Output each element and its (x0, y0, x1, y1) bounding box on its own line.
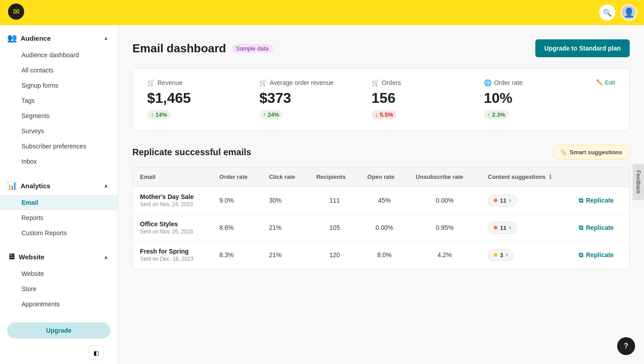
replicate-icon: ⧉ (579, 251, 583, 259)
audience-group-header[interactable]: 👥 Audience ▲ (0, 29, 118, 47)
emails-section-title: Replicate successful emails (132, 147, 251, 157)
stat-revenue-value: $1,465 (147, 90, 238, 106)
section-header: Replicate successful emails 🏷️ Smart sug… (132, 145, 630, 160)
sidebar-item-signup-forms[interactable]: Signup forms (0, 78, 118, 93)
smart-suggestions-button[interactable]: 🏷️ Smart suggestions (552, 145, 630, 160)
dot-icon (494, 226, 497, 229)
page-header: Email dashboard Sample data Upgrade to S… (132, 39, 630, 57)
website-section: 🖥 Website ▲ Website Store Appointments (0, 244, 118, 315)
suggestion-count: 11 (500, 224, 506, 231)
sidebar-item-audience-dashboard[interactable]: Audience dashboard (0, 47, 118, 63)
stat-revenue-change: ↑ 14% (147, 110, 171, 119)
suggestion-badge[interactable]: 11 › (488, 222, 517, 234)
sidebar: 👥 Audience ▲ Audience dashboard All cont… (0, 25, 118, 364)
analytics-label: Analytics (21, 182, 51, 190)
arrow-down-icon: ↓ (375, 111, 378, 118)
stat-avg-order: 🛒 Average order revenue $373 ↑ 24% (259, 79, 350, 119)
page-title-area: Email dashboard Sample data (132, 42, 273, 55)
table-row: Office Styles Sent on Nov. 26, 2023 8.6%… (133, 214, 629, 241)
upgrade-button[interactable]: Upgrade (7, 322, 110, 339)
analytics-section: 📊 Analytics ▲ Email Reports Custom Repor… (0, 173, 118, 244)
logo[interactable]: ✉ (7, 3, 25, 22)
content-suggestions-cell: 3 › (481, 241, 572, 269)
edit-stats-link[interactable]: ✏️ Edit (596, 79, 615, 86)
cart-icon-avg: 🛒 (259, 79, 267, 86)
feedback-tab[interactable]: Feedback (633, 164, 644, 200)
stat-avg-order-change: ↑ 24% (259, 110, 283, 119)
chevron-right-icon[interactable]: › (509, 197, 511, 203)
sidebar-item-appointments[interactable]: Appointments (0, 296, 118, 312)
content-suggestions-info-icon[interactable]: ℹ (549, 174, 551, 180)
sidebar-bottom: Upgrade ◧ (0, 315, 118, 364)
click-rate-cell: 21% (262, 214, 309, 241)
website-items: Website Store Appointments (0, 266, 118, 312)
stat-orders-value: 156 (372, 90, 462, 106)
collapse-sidebar-button[interactable]: ◧ (89, 346, 103, 360)
analytics-group-header[interactable]: 📊 Analytics ▲ (0, 176, 118, 195)
upgrade-plan-button[interactable]: Upgrade to Standard plan (535, 39, 630, 57)
content-suggestions-cell: 11 › (481, 214, 572, 241)
stat-order-rate-value: 10% (484, 90, 575, 106)
email-name: Fresh for Spring (140, 248, 205, 255)
suggestion-count: 3 (500, 252, 503, 258)
unsubscribe-rate-cell: 4.2% (409, 241, 481, 269)
stat-orders: 🛒 Orders 156 ↓ 5.5% (372, 79, 462, 119)
sidebar-item-all-contacts[interactable]: All contacts (0, 63, 118, 78)
sidebar-item-reports[interactable]: Reports (0, 210, 118, 225)
website-chevron: ▲ (103, 254, 109, 260)
recipients-cell: 105 (309, 214, 360, 241)
replicate-icon: ⧉ (579, 197, 583, 204)
replicate-button-1[interactable]: ⧉ Replicate (579, 224, 614, 232)
chevron-right-icon[interactable]: › (506, 252, 508, 258)
audience-chevron: ▲ (103, 35, 109, 41)
sidebar-item-email[interactable]: Email (0, 195, 118, 210)
email-name-cell: Office Styles Sent on Nov. 26, 2023 (133, 214, 212, 241)
stats-card: 🛒 Revenue $1,465 ↑ 14% 🛒 Average order r… (132, 68, 630, 131)
website-group-header[interactable]: 🖥 Website ▲ (0, 248, 118, 266)
replicate-icon: ⧉ (579, 224, 583, 232)
chevron-right-icon[interactable]: › (509, 224, 511, 231)
stat-order-rate: 🌐 Order rate 10% ↑ 2.3% (484, 79, 575, 119)
unsubscribe-rate-cell: 0.00% (409, 187, 481, 214)
help-button[interactable]: ? (617, 337, 635, 355)
arrow-up-icon-3: ↑ (487, 111, 491, 118)
suggestion-badge[interactable]: 3 › (488, 249, 513, 261)
email-name-cell: Fresh for Spring Sent on Dec. 16, 2023 (133, 241, 212, 269)
svg-text:✉: ✉ (13, 7, 20, 16)
dot-icon (494, 199, 497, 202)
replicate-button-0[interactable]: ⧉ Replicate (579, 197, 614, 204)
email-name: Office Styles (140, 220, 205, 228)
avatar-image: 👤 (623, 7, 635, 18)
top-bar-right: 🔍 👤 (599, 4, 637, 21)
email-table: Email Order rate Click rate Recipients O… (132, 167, 630, 269)
sidebar-item-subscriber-preferences[interactable]: Subscriber preferences (0, 139, 118, 154)
col-action (572, 167, 629, 187)
search-button[interactable]: 🔍 (599, 4, 615, 21)
col-email: Email (133, 167, 212, 187)
stat-orders-label: 🛒 Orders (372, 79, 462, 86)
stat-avg-order-value: $373 (259, 90, 350, 106)
sidebar-item-website[interactable]: Website (0, 266, 118, 281)
table-row: Mother's Day Sale Sent on Nov. 24, 2023 … (133, 187, 629, 214)
order-rate-cell: 8.6% (212, 214, 262, 241)
sample-data-badge: Sample data (232, 44, 273, 53)
replicate-button-2[interactable]: ⧉ Replicate (579, 251, 614, 259)
email-date: Sent on Dec. 16, 2023 (140, 256, 205, 262)
sidebar-item-custom-reports[interactable]: Custom Reports (0, 225, 118, 241)
sidebar-item-inbox[interactable]: Inbox (0, 154, 118, 169)
email-date: Sent on Nov. 24, 2023 (140, 201, 205, 207)
sidebar-item-segments[interactable]: Segments (0, 108, 118, 123)
stat-order-rate-label: 🌐 Order rate (484, 79, 575, 86)
sidebar-item-tags[interactable]: Tags (0, 93, 118, 108)
sidebar-item-surveys[interactable]: Surveys (0, 123, 118, 139)
avatar[interactable]: 👤 (621, 4, 637, 21)
audience-section: 👥 Audience ▲ Audience dashboard All cont… (0, 25, 118, 173)
col-unsubscribe-rate: Unsubscribe rate (409, 167, 481, 187)
recipients-cell: 120 (309, 241, 360, 269)
dot-icon (494, 253, 497, 257)
open-rate-cell: 8.0% (360, 241, 408, 269)
col-open-rate: Open rate (360, 167, 408, 187)
suggestion-badge[interactable]: 11 › (488, 195, 517, 207)
sidebar-item-store[interactable]: Store (0, 281, 118, 296)
replicate-cell: ⧉ Replicate (572, 187, 629, 214)
